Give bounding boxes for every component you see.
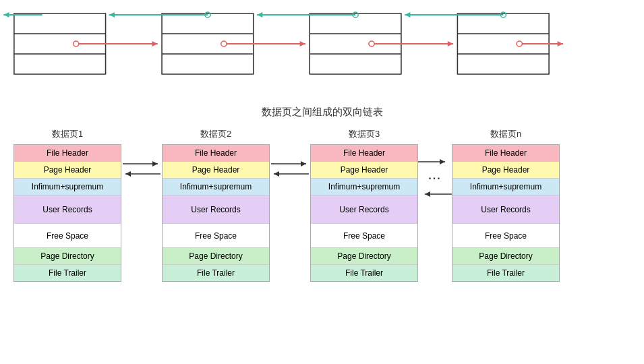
svg-point-18: [500, 12, 506, 18]
page-struct-n: File Header Page Header Infimum+supremum…: [452, 144, 560, 282]
arrow-right-dots: [418, 156, 452, 170]
svg-marker-44: [440, 159, 445, 164]
cell-free-space-n: Free Space: [452, 224, 559, 248]
cell-user-records-1: User Records: [14, 195, 121, 224]
cell-infimum-3: Infimum+supremum: [311, 179, 417, 195]
page-col-3: 数据页3 File Header Page Header Infimum+sup…: [310, 128, 418, 282]
pages-container: 数据页1 File Header Page Header Infimum+sup…: [13, 128, 631, 282]
cell-infimum-2: Infimum+supremum: [163, 179, 269, 195]
svg-point-12: [205, 12, 210, 18]
cell-file-header-2: File Header: [163, 145, 269, 162]
svg-marker-20: [405, 12, 410, 18]
gap-col-1-2: [121, 128, 162, 187]
cell-file-trailer-2: File Trailer: [163, 265, 269, 281]
page-label-3: 数据页3: [349, 128, 380, 140]
cell-file-header-3: File Header: [311, 145, 417, 162]
cell-file-header-1: File Header: [14, 145, 121, 162]
svg-point-15: [353, 12, 358, 18]
page-col-n: 数据页n File Header Page Header Infimum+sup…: [452, 128, 560, 282]
page-struct-1: File Header Page Header Infimum+supremum…: [13, 144, 121, 282]
cell-user-records-2: User Records: [163, 195, 269, 224]
cell-page-header-2: Page Header: [163, 162, 269, 179]
cell-page-header-n: Page Header: [452, 162, 559, 179]
cell-free-space-2: Free Space: [163, 224, 269, 248]
cell-file-trailer-3: File Trailer: [311, 265, 417, 281]
svg-marker-31: [448, 41, 453, 47]
cell-free-space-3: Free Space: [311, 224, 417, 248]
page-struct-3: File Header Page Header Infimum+supremum…: [310, 144, 418, 282]
svg-rect-9: [457, 13, 549, 74]
arrow-svg-1-2: [121, 154, 162, 187]
arrow-svg-2-3: [270, 154, 310, 187]
page-col-1: 数据页1 File Header Page Header Infimum+sup…: [13, 128, 121, 282]
cell-free-space-1: Free Space: [14, 224, 121, 248]
cell-page-dir-2: Page Directory: [163, 248, 269, 265]
svg-marker-36: [152, 161, 158, 166]
bottom-section: 数据页1 File Header Page Header Infimum+sup…: [0, 128, 644, 289]
dots-text: ···: [428, 173, 441, 185]
svg-rect-6: [310, 13, 401, 74]
cell-file-trailer-1: File Trailer: [14, 265, 121, 281]
cell-user-records-3: User Records: [311, 195, 417, 224]
svg-point-26: [221, 41, 227, 47]
svg-rect-0: [14, 13, 106, 74]
svg-marker-40: [301, 161, 306, 166]
gap-col-2-3: [270, 128, 310, 187]
cell-file-trailer-n: File Trailer: [452, 265, 559, 281]
svg-marker-14: [109, 12, 115, 18]
svg-marker-22: [3, 12, 9, 18]
svg-marker-17: [257, 12, 262, 18]
arrow-left-dots: [418, 187, 452, 201]
svg-point-29: [369, 41, 374, 47]
cell-file-header-n: File Header: [452, 145, 559, 162]
cell-page-header-1: Page Header: [14, 162, 121, 179]
cell-page-header-3: Page Header: [311, 162, 417, 179]
page-col-2: 数据页2 File Header Page Header Infimum+sup…: [162, 128, 270, 282]
page-label-1: 数据页1: [52, 128, 83, 140]
page-label-2: 数据页2: [200, 128, 231, 140]
page-struct-2: File Header Page Header Infimum+supremum…: [162, 144, 270, 282]
cell-page-dir-n: Page Directory: [452, 248, 559, 265]
svg-marker-46: [425, 191, 430, 197]
page-label-n: 数据页n: [490, 128, 521, 140]
cell-page-dir-1: Page Directory: [14, 248, 121, 265]
svg-marker-28: [300, 41, 305, 47]
cell-page-dir-3: Page Directory: [311, 248, 417, 265]
cell-user-records-n: User Records: [452, 195, 559, 224]
dots-col: ···: [418, 128, 452, 201]
svg-point-32: [517, 41, 522, 47]
cell-infimum-n: Infimum+supremum: [452, 179, 559, 195]
svg-marker-34: [558, 41, 563, 47]
svg-marker-38: [125, 171, 131, 177]
top-section: 数据页之间组成的双向链表: [0, 0, 644, 128]
svg-point-23: [74, 41, 79, 47]
svg-marker-25: [152, 41, 157, 47]
caption: 数据页之间组成的双向链表: [0, 106, 644, 119]
cell-infimum-1: Infimum+supremum: [14, 179, 121, 195]
svg-rect-3: [162, 13, 254, 74]
svg-marker-42: [274, 171, 279, 177]
